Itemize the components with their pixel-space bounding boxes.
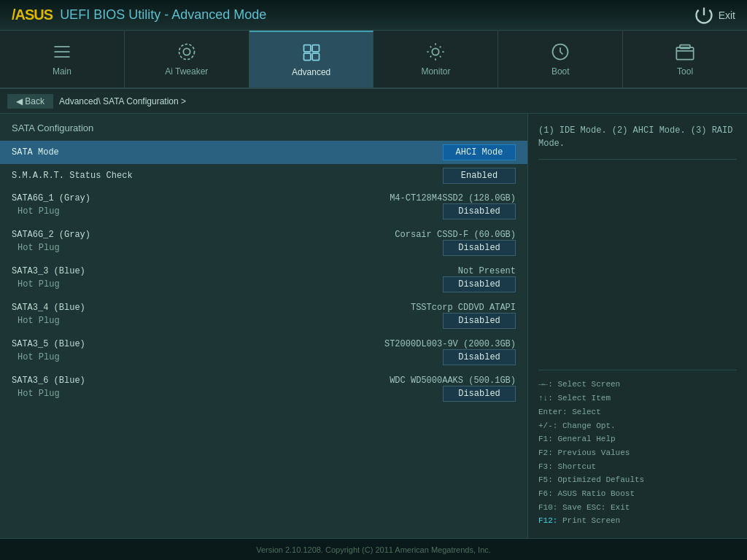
tab-advanced[interactable]: Advanced: [249, 31, 374, 88]
svg-point-4: [179, 44, 194, 60]
sata-port-sata3_4: SATA3_4 (Blue) TSSTcorp CDDVD ATAPI Hot …: [0, 301, 527, 333]
sata-label-3: SATA3_4 (Blue): [12, 303, 85, 313]
hotplug-label-5: Hot Plug: [12, 389, 60, 399]
sata-label-0: SATA6G_1 (Gray): [12, 193, 90, 203]
smart-check-row[interactable]: S.M.A.R.T. Status Check Enabled: [0, 164, 527, 187]
key-legend-item: +/-: Change Opt.: [538, 419, 737, 433]
breadcrumb: ◀ Back Advanced\ SATA Configuration >: [0, 89, 747, 114]
hotplug-value-5[interactable]: Disabled: [443, 386, 516, 402]
svg-point-3: [183, 48, 190, 55]
hotplug-label-3: Hot Plug: [12, 316, 60, 326]
key-legend-item: Enter: Select: [538, 405, 737, 419]
sata-device-4: ST2000DL003-9V (2000.3GB): [384, 339, 516, 349]
key-legend-item: F5: Optimized Defaults: [538, 473, 737, 487]
sata-label-1: SATA6G_2 (Gray): [12, 230, 90, 240]
hotplug-value-3[interactable]: Disabled: [443, 313, 516, 329]
sata-port-sata3_6: SATA3_6 (Blue) WDC WD5000AAKS (500.1GB) …: [0, 374, 527, 406]
sata-mode-label: SATA Mode: [12, 147, 59, 158]
key-legend-item: F10: Save ESC: Exit: [538, 501, 737, 515]
boot-icon: [550, 42, 570, 62]
tab-main[interactable]: Main: [0, 31, 125, 88]
hotplug-label-0: Hot Plug: [12, 206, 60, 217]
breadcrumb-path: Advanced\ SATA Configuration >: [59, 96, 186, 106]
svg-rect-7: [303, 53, 310, 60]
section-title: SATA Configuration: [0, 114, 527, 141]
tool-icon: [675, 42, 695, 62]
tab-tool-label: Tool: [677, 66, 693, 77]
hotplug-value-0[interactable]: Disabled: [443, 203, 516, 219]
key-legend-item: ↑↓: Select Item: [538, 392, 737, 405]
exit-label: Exit: [719, 9, 735, 21]
tab-ai-tweaker[interactable]: Ai Tweaker: [125, 31, 249, 88]
header-title: UEFI BIOS Utility - Advanced Mode: [60, 7, 266, 23]
key-legend-item: F6: ASUS Ratio Boost: [538, 487, 737, 501]
key-legend-item: F3: Shortcut: [538, 460, 737, 474]
sata-device-3: TSSTcorp CDDVD ATAPI: [411, 303, 516, 313]
sata-port-sata3_5: SATA3_5 (Blue) ST2000DL003-9V (2000.3GB)…: [0, 338, 527, 370]
svg-rect-12: [680, 45, 690, 49]
tab-boot-label: Boot: [551, 66, 570, 77]
key-legend-item: F12: Print Screen: [538, 514, 737, 528]
sata-label-2: SATA3_3 (Blue): [12, 266, 85, 276]
tab-monitor-label: Monitor: [421, 66, 450, 77]
svg-rect-11: [676, 47, 693, 59]
right-panel: (1) IDE Mode. (2) AHCI Mode. (3) RAID Mo…: [528, 114, 747, 538]
svg-rect-8: [312, 53, 319, 60]
key-legend: →←: Select Screen↑↓: Select ItemEnter: S…: [538, 370, 737, 528]
key-legend-item: →←: Select Screen: [538, 378, 737, 392]
sata-port-sata3_3: SATA3_3 (Blue) Not Present Hot Plug Disa…: [0, 265, 527, 297]
tweaker-icon: [177, 42, 197, 62]
sata-ports-list: SATA6G_1 (Gray) M4-CT128M4SSD2 (128.0GB)…: [0, 192, 527, 406]
help-text: (1) IDE Mode. (2) AHCI Mode. (3) RAID Mo…: [538, 124, 737, 160]
power-icon: [694, 5, 714, 26]
nav-tabs: Main Ai Tweaker Advanced Monitor Boot: [0, 31, 747, 89]
sata-port-sata6g_1: SATA6G_1 (Gray) M4-CT128M4SSD2 (128.0GB)…: [0, 192, 527, 224]
main-content: SATA Configuration SATA Mode AHCI Mode S…: [0, 114, 747, 538]
left-panel: SATA Configuration SATA Mode AHCI Mode S…: [0, 114, 528, 538]
sata-device-0: M4-CT128M4SSD2 (128.0GB): [390, 193, 516, 203]
sata-label-5: SATA3_6 (Blue): [12, 376, 85, 386]
key-legend-item: F1: General Help: [538, 432, 737, 446]
sata-device-1: Corsair CSSD-F (60.0GB): [395, 230, 516, 240]
footer: Version 2.10.1208. Copyright (C) 2011 Am…: [0, 538, 747, 560]
sata-mode-value[interactable]: AHCI Mode: [443, 144, 516, 160]
hotplug-label-2: Hot Plug: [12, 279, 60, 289]
back-button[interactable]: ◀ Back: [7, 94, 53, 109]
tab-main-label: Main: [53, 66, 71, 77]
hotplug-value-2[interactable]: Disabled: [443, 276, 516, 292]
smart-check-label: S.M.A.R.T. Status Check: [12, 171, 133, 181]
key-legend-item: F2: Previous Values: [538, 446, 737, 460]
sata-mode-row[interactable]: SATA Mode AHCI Mode: [0, 141, 527, 164]
hotplug-label-1: Hot Plug: [12, 243, 60, 253]
tab-ai-tweaker-label: Ai Tweaker: [165, 66, 208, 77]
advanced-icon: [301, 42, 322, 63]
tab-tool[interactable]: Tool: [623, 31, 747, 88]
tab-advanced-label: Advanced: [292, 67, 330, 77]
tab-boot[interactable]: Boot: [498, 31, 623, 88]
header: /ASUS UEFI BIOS Utility - Advanced Mode …: [0, 0, 747, 31]
svg-point-9: [433, 48, 439, 55]
svg-rect-5: [303, 45, 310, 52]
smart-check-value[interactable]: Enabled: [443, 168, 516, 184]
tab-monitor[interactable]: Monitor: [374, 31, 498, 88]
asus-logo: /ASUS: [12, 7, 53, 23]
sata-device-2: Not Present: [458, 266, 516, 276]
sata-port-sata6g_2: SATA6G_2 (Gray) Corsair CSSD-F (60.0GB) …: [0, 228, 527, 260]
sata-device-5: WDC WD5000AAKS (500.1GB): [390, 376, 516, 386]
hotplug-value-4[interactable]: Disabled: [443, 349, 516, 365]
sata-label-4: SATA3_5 (Blue): [12, 339, 85, 349]
monitor-icon: [425, 42, 446, 62]
hotplug-label-4: Hot Plug: [12, 352, 60, 362]
main-icon: [52, 42, 72, 62]
footer-text: Version 2.10.1208. Copyright (C) 2011 Am…: [256, 545, 491, 554]
hotplug-value-1[interactable]: Disabled: [443, 240, 516, 256]
svg-rect-6: [312, 45, 319, 52]
exit-button[interactable]: Exit: [694, 5, 735, 26]
